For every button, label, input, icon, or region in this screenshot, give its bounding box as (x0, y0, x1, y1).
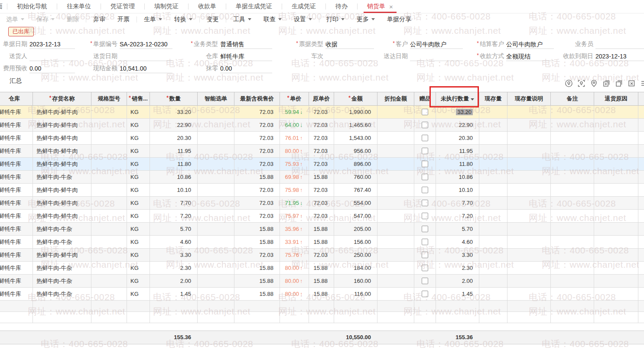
gift-checkbox[interactable] (422, 148, 428, 154)
cell-amount[interactable]: 554.00 (334, 197, 377, 210)
gift-checkbox[interactable] (422, 187, 428, 193)
empty-cell[interactable] (309, 301, 334, 312)
field-value[interactable]: 鲜牦牛库 (220, 52, 272, 61)
cell-spec[interactable] (91, 288, 127, 301)
cell-gift[interactable] (414, 262, 436, 275)
col-header-最新含税售价[interactable]: 最新含税售价 (234, 92, 280, 106)
field-value[interactable] (325, 52, 374, 61)
cell-unexec[interactable]: 3.30 (436, 249, 479, 262)
field-value[interactable]: 2023-12-13 (595, 52, 644, 61)
cell-price[interactable]: 33.91↑ (280, 236, 309, 249)
cell-gift[interactable] (414, 171, 436, 184)
cell-gift[interactable] (414, 223, 436, 236)
cell-spec[interactable] (91, 106, 127, 119)
cell-return-reason[interactable] (594, 288, 638, 301)
cell-warehouse[interactable]: 鲜牦牛库 (0, 288, 33, 301)
cell-item-name[interactable]: 热鲜牛肉-鲜牛肉 (33, 158, 91, 171)
cell-gift[interactable] (414, 184, 436, 197)
cell-price[interactable]: 80.00↑ (280, 288, 309, 301)
toolbar-button-选单[interactable]: 选单 (0, 16, 30, 23)
cell-warehouse[interactable]: 鲜牦牛库 (0, 249, 33, 262)
cell-orig-price[interactable]: 72.03 (309, 132, 334, 145)
gift-checkbox[interactable] (422, 135, 428, 141)
cell-stock-qty[interactable] (479, 171, 507, 184)
field-value[interactable]: 公司牛肉散户 (410, 40, 463, 49)
cell-discount[interactable] (377, 197, 414, 210)
toolbar-button-删除[interactable]: 删除 (61, 16, 85, 23)
summary-section-label[interactable]: 汇总 (10, 77, 22, 85)
field-value[interactable]: 普通销售 (220, 40, 272, 49)
cell-qty[interactable]: 10.10 (150, 184, 198, 197)
cell-return-reason[interactable] (594, 158, 638, 171)
cell-return-reason[interactable] (594, 223, 638, 236)
cell-extra[interactable] (638, 145, 644, 158)
cell-stock-note[interactable] (507, 145, 551, 158)
cell-latest-price[interactable]: 72.03 (234, 197, 280, 210)
cell-smart-select[interactable] (198, 171, 234, 184)
cell-remark[interactable] (551, 171, 594, 184)
field-value[interactable]: 0.00 (29, 64, 75, 73)
empty-cell[interactable] (479, 312, 507, 323)
cell-orig-price[interactable]: 72.03 (309, 145, 334, 158)
empty-cell[interactable] (436, 301, 479, 312)
cell-stock-qty[interactable] (479, 197, 507, 210)
cell-remark[interactable] (551, 236, 594, 249)
col-header-折扣金额[interactable]: 折扣金额 (377, 92, 414, 106)
cell-stock-note[interactable] (507, 197, 551, 210)
cell-unit[interactable]: KG (127, 197, 150, 210)
cell-discount[interactable] (377, 119, 414, 132)
cell-return-reason[interactable] (594, 132, 638, 145)
cell-stock-qty[interactable] (479, 249, 507, 262)
cell-item-name[interactable]: 热鲜牛肉-鲜牛肉 (33, 197, 91, 210)
cell-item-name[interactable]: 热鲜牛肉-牛杂 (33, 223, 91, 236)
cell-extra[interactable] (638, 210, 644, 223)
cell-stock-qty[interactable] (479, 184, 507, 197)
cell-unexec[interactable]: 10.86 (436, 171, 479, 184)
cell-amount[interactable]: 767.40 (334, 184, 377, 197)
gift-checkbox[interactable] (422, 213, 428, 219)
cell-orig-price[interactable]: 72.03 (309, 197, 334, 210)
cell-return-reason[interactable] (594, 184, 638, 197)
location-icon[interactable] (590, 79, 598, 88)
cell-item-name[interactable]: 热鲜牛肉-鲜牛肉 (33, 106, 91, 119)
cell-gift[interactable] (414, 197, 436, 210)
tab-待办[interactable]: 待办 (326, 0, 357, 13)
cell-stock-qty[interactable] (479, 145, 507, 158)
toolbar-button-更多[interactable]: 更多 (351, 16, 381, 23)
cell-stock-note[interactable] (507, 171, 551, 184)
gift-checkbox[interactable] (422, 291, 428, 297)
cell-stock-qty[interactable] (479, 158, 507, 171)
gift-checkbox[interactable] (422, 174, 428, 180)
empty-cell[interactable] (0, 312, 33, 323)
cell-smart-select[interactable] (198, 236, 234, 249)
tab-初始化导航[interactable]: 初始化导航 (7, 0, 57, 13)
cell-unit[interactable]: KG (127, 132, 150, 145)
cell-unexec[interactable]: 33.20 (436, 106, 479, 119)
field-value[interactable] (29, 52, 75, 61)
cell-discount[interactable] (377, 236, 414, 249)
cell-stock-note[interactable] (507, 288, 551, 301)
cell-orig-price[interactable]: 15.88 (309, 223, 334, 236)
cell-extra[interactable] (638, 236, 644, 249)
cell-qty[interactable]: 10.86 (150, 171, 198, 184)
field-value[interactable]: 公司牛肉散户 (506, 40, 554, 49)
tab-凭证管理[interactable]: 凭证管理 (101, 0, 144, 13)
cell-price[interactable]: 35.96↑ (280, 223, 309, 236)
tab-面[interactable]: 面 (0, 0, 7, 13)
empty-cell[interactable] (334, 312, 377, 323)
col-header-仓库[interactable]: 仓库 (0, 92, 33, 106)
cell-stock-qty[interactable] (479, 275, 507, 288)
cell-gift[interactable] (414, 106, 436, 119)
cell-unit[interactable]: KG (127, 288, 150, 301)
cell-amount[interactable]: 184.00 (334, 262, 377, 275)
cell-extra[interactable] (638, 132, 644, 145)
cell-latest-price[interactable]: 72.03 (234, 249, 280, 262)
cell-unit[interactable]: KG (127, 262, 150, 275)
tab-填制凭证[interactable]: 填制凭证 (145, 0, 188, 13)
tab-收款单[interactable]: 收款单 (189, 0, 226, 13)
cell-discount[interactable] (377, 106, 414, 119)
cell-orig-price[interactable]: 15.88 (309, 236, 334, 249)
cell-stock-note[interactable] (507, 106, 551, 119)
cell-discount[interactable] (377, 210, 414, 223)
cell-qty[interactable]: 2.00 (150, 275, 198, 288)
